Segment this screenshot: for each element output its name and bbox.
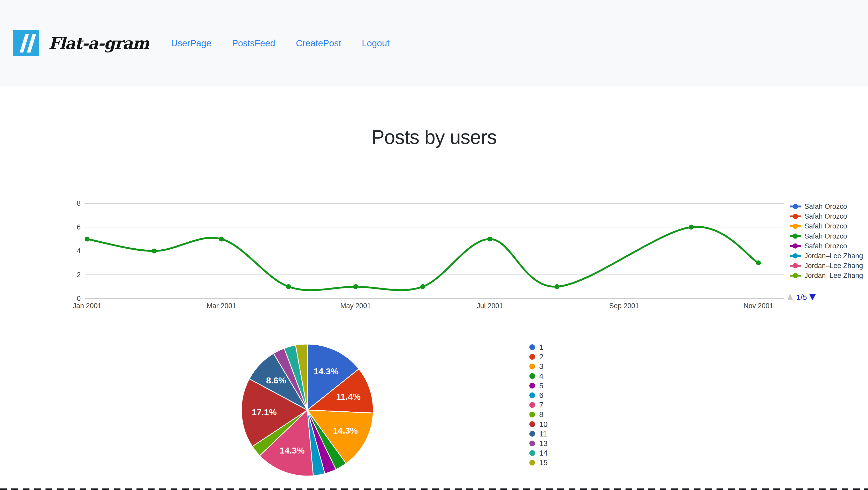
legend-next-icon[interactable]	[809, 294, 816, 300]
nav-link-createpost[interactable]: CreatePost	[296, 38, 341, 48]
pie-legend-label: 13	[539, 439, 548, 448]
footer-strip	[0, 488, 868, 490]
data-point[interactable]	[152, 249, 157, 254]
x-axis-label: Jul 2001	[477, 302, 503, 310]
legend-point-marker	[793, 253, 798, 258]
pie-legend-item[interactable]: 10	[529, 420, 548, 428]
pie-legend-swatch	[529, 412, 535, 417]
pie-legend-item[interactable]: 2	[529, 353, 543, 361]
legend-label: Jordan–Lee Zhang	[804, 252, 863, 260]
legend-point-marker	[793, 204, 798, 209]
legend-point-marker	[793, 214, 798, 219]
brand-title[interactable]: Flat-a-gram	[49, 34, 149, 53]
pie-legend-label: 3	[539, 362, 543, 371]
data-point[interactable]	[689, 225, 694, 230]
pie-legend-swatch	[529, 440, 535, 446]
nav-link-postsfeed[interactable]: PostsFeed	[232, 38, 275, 48]
x-axis-label: May 2001	[340, 302, 371, 310]
line-chart: 02468Jan 2001Mar 2001May 2001Jul 2001Sep…	[0, 192, 868, 313]
pie-legend-item[interactable]: 11	[529, 430, 547, 438]
legend-label: Safah Orozco	[804, 203, 847, 210]
pie-legend-item[interactable]: 7	[529, 401, 543, 409]
pie-legend-label: 11	[539, 430, 547, 438]
y-axis-label: 0	[77, 295, 81, 302]
pie-legend-swatch	[529, 383, 535, 388]
legend-item[interactable]: Safah Orozco	[790, 232, 847, 240]
pie-legend-swatch	[529, 373, 535, 379]
legend-label: Jordan–Lee Zhang	[804, 262, 863, 269]
legend-item[interactable]: Safah Orozco	[790, 212, 847, 220]
pie-legend-item[interactable]: 8	[529, 410, 543, 419]
data-point[interactable]	[85, 237, 90, 242]
data-point[interactable]	[756, 261, 761, 265]
pie-slice-label: 14.3%	[280, 445, 305, 455]
data-point[interactable]	[286, 284, 291, 289]
y-axis-label: 2	[77, 271, 81, 279]
app-logo[interactable]	[13, 30, 39, 56]
pie-legend-swatch	[529, 354, 535, 359]
pie-legend-swatch	[529, 460, 535, 465]
x-axis-label: Jan 2001	[73, 302, 101, 310]
nav-link-userpage[interactable]: UserPage	[171, 38, 212, 48]
nav-link-logout[interactable]: Logout	[362, 38, 390, 48]
pie-legend-label: 10	[539, 420, 548, 428]
data-point[interactable]	[554, 284, 559, 289]
data-point[interactable]	[420, 284, 425, 289]
pie-slice-label: 14.3%	[333, 426, 358, 435]
pie-legend-swatch	[529, 422, 535, 427]
pie-legend-label: 1	[539, 343, 543, 351]
pie-legend-label: 2	[539, 353, 543, 361]
data-point[interactable]	[488, 237, 492, 242]
pie-legend-item[interactable]: 15	[529, 458, 548, 467]
page-title: Posts by users	[0, 126, 868, 148]
pie-legend-item[interactable]: 5	[529, 382, 543, 390]
pie-legend-label: 15	[539, 458, 548, 467]
pie-legend-swatch	[529, 364, 535, 369]
divider	[0, 95, 868, 95]
y-axis-label: 8	[77, 199, 81, 207]
nav-links: UserPagePostsFeedCreatePostLogout	[171, 38, 390, 48]
pie-legend-item[interactable]: 1	[529, 343, 543, 351]
legend-point-marker	[793, 234, 798, 239]
pie-legend-label: 5	[539, 382, 543, 390]
legend-point-marker	[793, 243, 798, 249]
pie-legend-swatch	[529, 393, 535, 398]
legend-label: Safah Orozco	[804, 222, 847, 230]
legend-item[interactable]: Jordan–Lee Zhang	[790, 262, 863, 269]
legend-point-marker	[793, 224, 798, 229]
pie-legend-label: 14	[539, 449, 548, 457]
legend-item[interactable]: Safah Orozco	[790, 222, 847, 230]
series-line	[87, 227, 758, 290]
legend-point-marker	[793, 273, 798, 278]
pie-legend-item[interactable]: 3	[529, 362, 543, 371]
pie-legend-item[interactable]: 13	[529, 439, 548, 448]
legend-page-indicator: 1/5	[796, 293, 807, 301]
x-axis-label: Nov 2001	[743, 302, 773, 310]
pie-legend-item[interactable]: 14	[529, 449, 548, 457]
legend-item[interactable]: Safah Orozco	[790, 203, 847, 210]
navbar: Flat-a-gram UserPagePostsFeedCreatePostL…	[0, 0, 868, 86]
x-axis-label: Mar 2001	[207, 302, 236, 310]
legend-item[interactable]: Safah Orozco	[790, 242, 847, 250]
legend-label: Safah Orozco	[804, 242, 847, 250]
pie-legend-label: 8	[539, 410, 543, 419]
pie-legend-label: 6	[539, 391, 543, 399]
legend-item[interactable]: Jordan–Lee Zhang	[790, 272, 863, 280]
pie-slice-label: 17.1%	[252, 407, 277, 417]
pie-legend-item[interactable]: 6	[529, 391, 543, 399]
legend-item[interactable]: Jordan–Lee Zhang	[790, 252, 863, 260]
pie-legend-item[interactable]: 4	[529, 372, 543, 380]
x-axis-label: Sep 2001	[609, 302, 639, 310]
pie-legend-label: 4	[539, 372, 543, 380]
pie-legend-swatch	[529, 431, 535, 437]
legend-label: Safah Orozco	[804, 212, 847, 220]
pie-slice-label: 14.3%	[314, 366, 338, 376]
legend-prev-icon[interactable]	[787, 294, 793, 300]
data-point[interactable]	[353, 284, 358, 289]
legend-label: Jordan–Lee Zhang	[804, 272, 863, 280]
y-axis-label: 6	[77, 223, 81, 231]
pie-legend-swatch	[529, 344, 535, 350]
pie-legend-swatch	[529, 402, 535, 408]
data-point[interactable]	[219, 237, 224, 242]
double-slash-icon	[13, 30, 39, 56]
